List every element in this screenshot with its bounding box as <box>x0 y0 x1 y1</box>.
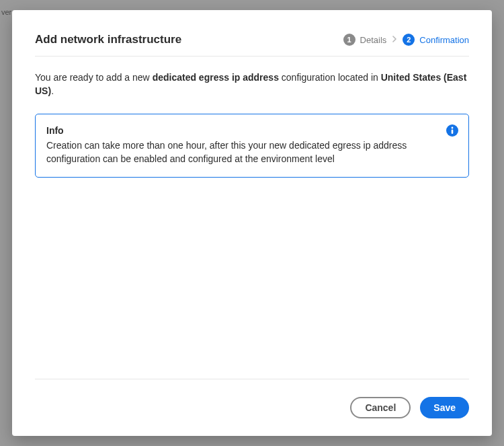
step-number-icon: 1 <box>343 34 355 46</box>
step-number-icon: 2 <box>403 34 415 46</box>
add-network-infrastructure-modal: Add network infrastructure 1 Details 2 C… <box>12 10 492 436</box>
save-button[interactable]: Save <box>420 397 469 418</box>
info-panel: Info Creation can take more than one hou… <box>35 114 469 178</box>
wizard-stepper: 1 Details 2 Confirmation <box>343 34 469 46</box>
modal-body: You are ready to add a new dedicated egr… <box>35 57 469 379</box>
config-type: dedicated egress ip address <box>153 72 279 83</box>
intro-text: You are ready to add a new <box>35 72 153 83</box>
modal-title: Add network infrastructure <box>35 33 181 46</box>
step-details[interactable]: 1 Details <box>343 34 387 46</box>
step-label: Details <box>360 35 387 45</box>
info-body: Creation can take more than one hour, af… <box>46 139 433 166</box>
intro-text: . <box>51 85 54 96</box>
step-confirmation[interactable]: 2 Confirmation <box>403 34 469 46</box>
chevron-right-icon <box>392 35 397 44</box>
info-icon <box>446 124 458 137</box>
intro-text: configuration located in <box>279 72 381 83</box>
modal-header: Add network infrastructure 1 Details 2 C… <box>35 33 469 57</box>
confirmation-message: You are ready to add a new dedicated egr… <box>35 71 469 98</box>
svg-point-1 <box>452 127 454 129</box>
modal-footer: Cancel Save <box>35 379 469 418</box>
svg-rect-2 <box>452 130 454 135</box>
info-title: Info <box>46 125 433 136</box>
step-label: Confirmation <box>419 35 469 45</box>
backdrop-partial-text: ver <box>0 7 13 17</box>
cancel-button[interactable]: Cancel <box>350 397 411 418</box>
